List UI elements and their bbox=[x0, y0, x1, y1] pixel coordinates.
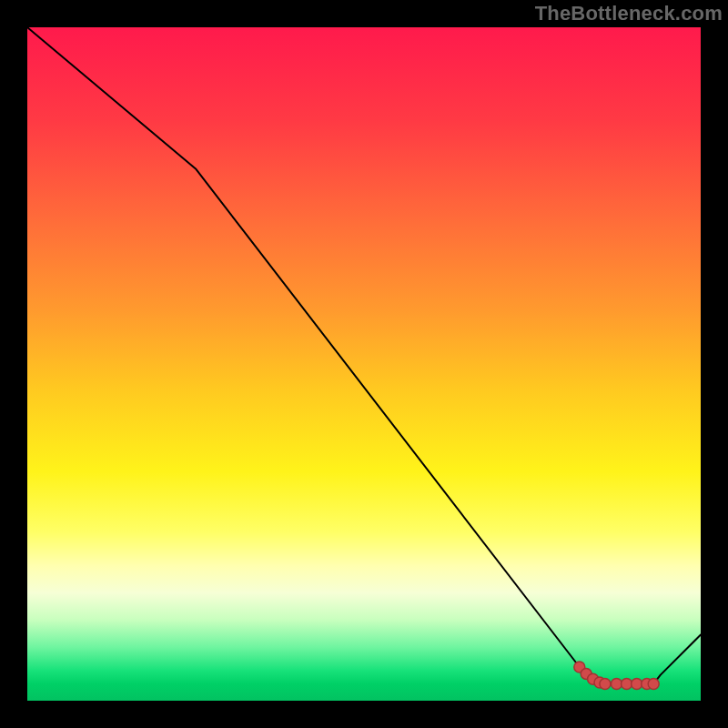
watermark-text: TheBottleneck.com bbox=[535, 2, 723, 25]
chart-container: TheBottleneck.com bbox=[0, 0, 728, 728]
chart-plot-area bbox=[27, 27, 701, 701]
